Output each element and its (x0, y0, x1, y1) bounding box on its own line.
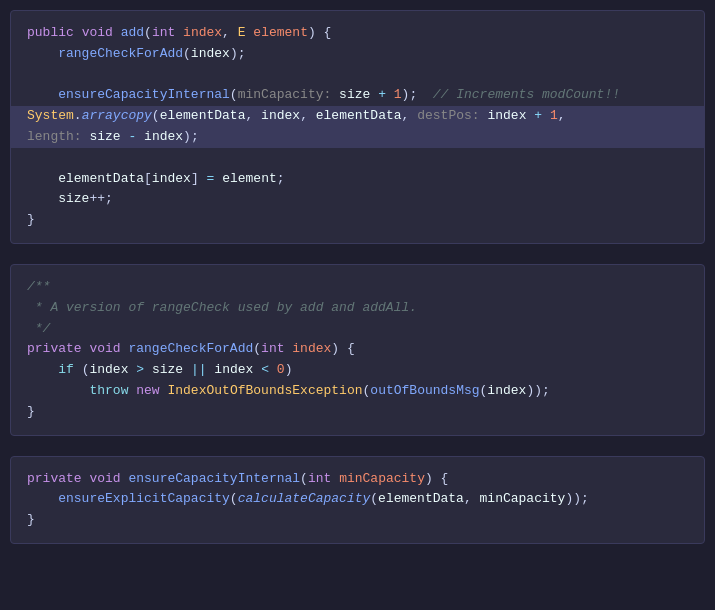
line-rangecheck-signature: private void rangeCheckForAdd(int index)… (27, 339, 688, 360)
line-close-brace-1: } (27, 210, 688, 231)
line-elementdata-assign: elementData[index] = element; (27, 169, 688, 190)
line-rangecheck-call: rangeCheckForAdd(index); (27, 44, 688, 65)
line-if-condition: if (index > size || index < 0) (27, 360, 688, 381)
line-close-brace-3: } (27, 510, 688, 531)
line-blank-1 (27, 65, 688, 86)
line-ensure-capacity: ensureCapacityInternal(minCapacity: size… (27, 85, 688, 106)
line-javadoc-start: /** (27, 277, 688, 298)
line-close-brace-2: } (27, 402, 688, 423)
code-block-1: public void add(int index, E element) { … (10, 10, 705, 244)
line-ensure-capacity-signature: private void ensureCapacityInternal(int … (27, 469, 688, 490)
line-arraycopy: System.arraycopy(elementData, index, ele… (11, 106, 704, 127)
line-arraycopy-length: length: size - index); (11, 127, 704, 148)
line-ensure-explicit-call: ensureExplicitCapacity(calculateCapacity… (27, 489, 688, 510)
line-throw-statement: throw new IndexOutOfBoundsException(outO… (27, 381, 688, 402)
line-javadoc-end: */ (27, 319, 688, 340)
code-block-3: private void ensureCapacityInternal(int … (10, 456, 705, 544)
line-size-increment: size++; (27, 189, 688, 210)
line-javadoc-text: * A version of rangeCheck used by add an… (27, 298, 688, 319)
code-block-2: /** * A version of rangeCheck used by ad… (10, 264, 705, 436)
line-blank-2 (27, 148, 688, 169)
line-method-signature: public void add(int index, E element) { (27, 23, 688, 44)
